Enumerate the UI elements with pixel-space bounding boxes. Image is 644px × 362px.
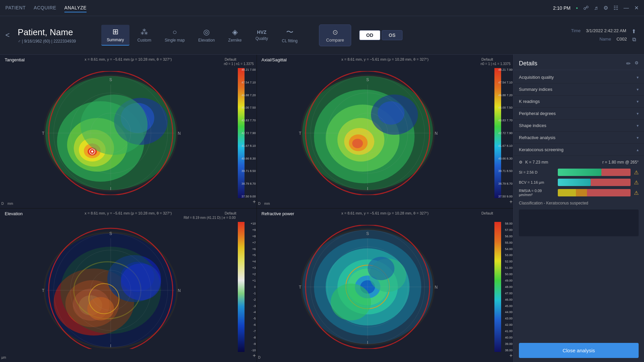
toolbar-quality[interactable]: HVZ Quality: [250, 27, 274, 44]
svg-text:N: N: [435, 285, 438, 290]
minimize-icon[interactable]: —: [624, 5, 629, 11]
tangential-map[interactable]: S N T I: [3, 68, 236, 198]
keratoconus-body: ⚙ K = 7.23 mm r = 1.80 mm @ 265° SI = 2.…: [514, 156, 644, 240]
singlemap-label: Single map: [165, 38, 185, 43]
patient-details: ♂ | 9/16/1962 (60) | 2222334939: [18, 39, 76, 44]
main-content: Tangential x = 8.61 mm, y = −5.61 mm (ρ …: [0, 55, 644, 362]
axial-expand[interactable]: +: [509, 199, 513, 205]
layout-icon[interactable]: ☷: [613, 5, 618, 11]
nav-tab-patient[interactable]: PATIENT: [5, 4, 26, 12]
svg-text:N: N: [435, 131, 438, 136]
name-value: C002: [616, 37, 627, 43]
section-summary-indices[interactable]: Summary indices ▾: [514, 83, 644, 96]
svg-text:S: S: [109, 231, 112, 236]
kc-bcv-warning: ⚠: [634, 179, 639, 186]
tangential-coords: x = 8.61 mm, y = −5.61 mm (ρ = 10.28 mm,…: [85, 57, 172, 61]
section-refractive-analysis[interactable]: Refractive analysis ▾: [514, 132, 644, 144]
svg-point-56: [121, 263, 161, 300]
shape-indices-chevron: ▾: [637, 123, 639, 128]
summary-icon: ⊞: [112, 27, 118, 36]
custom-icon: ⁂: [141, 28, 148, 37]
svg-point-10: [80, 95, 148, 155]
back-button[interactable]: <: [5, 31, 10, 40]
section-peripheral-degrees[interactable]: Peripheral degrees ▾: [514, 108, 644, 120]
svg-point-31: [352, 139, 363, 148]
compare-icon: ⊙: [332, 28, 338, 36]
close-analysis-button[interactable]: Close analysis: [519, 343, 639, 358]
compare-button[interactable]: ⊙ Compare: [319, 24, 351, 46]
multiscreen-icon[interactable]: ⧉: [632, 37, 636, 43]
kc-note-box: [519, 209, 639, 236]
svg-point-80: [368, 257, 394, 280]
tangential-n: n0 = 1 | n1 = 1.3375: [224, 62, 254, 66]
shape-indices-label: Shape indices: [519, 123, 546, 128]
axial-map[interactable]: S N T I: [260, 68, 493, 198]
summary-label: Summary: [107, 38, 124, 42]
section-acquisition-quality[interactable]: Acquisition quality ▾: [514, 71, 644, 83]
tangential-expand[interactable]: +: [253, 199, 256, 205]
od-button[interactable]: OD: [359, 30, 380, 40]
time-value: 3/1/2022 2:42:22 AM: [586, 28, 626, 35]
elevation-label: Elevation: [198, 38, 215, 43]
zernike-icon: ◈: [232, 28, 238, 37]
svg-text:S: S: [366, 77, 369, 82]
export-icon[interactable]: ⬆: [632, 28, 636, 35]
toolbar-summary[interactable]: ⊞ Summary: [101, 25, 129, 46]
elevation-scale-labels: +10+9+8+7+6 +5+4+3+2+1 0-1-2-3-4 -5-6-7-…: [251, 222, 256, 352]
kc-bcv-row: BCV = 1.16 µm ⚠: [519, 179, 639, 186]
refractive-map[interactable]: S N T I: [260, 222, 493, 352]
svg-text:I: I: [110, 186, 111, 191]
refractive-analysis-chevron: ▾: [637, 135, 639, 140]
refractive-coords: x = 8.61 mm, y = −5.61 mm (ρ = 10.28 mm,…: [341, 211, 429, 215]
refractive-default: Default: [481, 211, 493, 215]
axial-panel: Axial/Sagittal x = 8.61 mm, y = −5.61 mm…: [257, 55, 514, 208]
od-os-selector: OD OS: [359, 30, 402, 40]
svg-text:N: N: [178, 131, 181, 136]
summary-indices-label: Summary indices: [519, 87, 552, 92]
quality-label: Quality: [256, 36, 268, 41]
section-k-readings[interactable]: K readings ▾: [514, 96, 644, 108]
kc-r-value: r = 1.80 mm @ 265°: [602, 160, 639, 165]
toolbar-elevation[interactable]: ◎ Elevation: [193, 25, 220, 45]
os-button[interactable]: OS: [382, 30, 402, 40]
axial-default: Default: [481, 57, 493, 61]
close-icon[interactable]: ✕: [634, 5, 639, 11]
toolbar-singlemap[interactable]: ○ Single map: [159, 25, 190, 45]
toolbar-zernike[interactable]: ◈ Zernike: [223, 25, 247, 45]
compare-label: Compare: [326, 38, 344, 43]
gear-icon[interactable]: ⚙: [635, 60, 639, 67]
quality-icon: HVZ: [257, 29, 266, 35]
k-readings-chevron: ▾: [637, 99, 639, 104]
settings-icon[interactable]: ⚙: [603, 5, 608, 11]
peripheral-degrees-chevron: ▾: [637, 111, 639, 116]
section-shape-indices[interactable]: Shape indices ▾: [514, 120, 644, 132]
nav-tabs: PATIENT ACQUIRE ANALYZE: [5, 4, 87, 12]
toolbar-clfitting[interactable]: 〜 CL fitting: [276, 24, 303, 46]
svg-rect-91: [494, 222, 501, 352]
svg-point-55: [87, 297, 114, 320]
svg-text:T: T: [42, 288, 45, 293]
nav-tab-analyze[interactable]: ANALYZE: [64, 4, 87, 12]
volume-icon: ♬: [594, 5, 598, 11]
summary-indices-chevron: ▾: [637, 87, 639, 92]
elevation-expand[interactable]: +: [253, 353, 256, 359]
toolbar-custom[interactable]: ⁂ Custom: [132, 25, 157, 45]
nav-tab-acquire[interactable]: ACQUIRE: [34, 4, 56, 12]
axial-title: Axial/Sagittal: [262, 57, 287, 62]
edit-icon[interactable]: ✏: [626, 60, 631, 67]
elevation-rbf: Rbf = 8.19 mm (41.21 D) | e = 0.00: [184, 216, 236, 220]
svg-text:I: I: [110, 344, 111, 348]
kc-rmsa-label: RMS/A = 0.09 µm/mm²: [519, 189, 556, 197]
svg-text:S: S: [366, 231, 369, 236]
svg-point-33: [378, 101, 405, 125]
keratoconus-header[interactable]: Keratoconus screening ▴: [514, 144, 644, 156]
k-readings-label: K readings: [519, 99, 540, 104]
elevation-default: Default: [225, 211, 236, 215]
kc-gear-icon[interactable]: ⚙: [519, 160, 523, 165]
refractive-expand[interactable]: +: [509, 353, 513, 359]
refractive-unit: D: [258, 356, 261, 359]
tangential-units: D mm: [1, 202, 13, 205]
tangential-panel: Tangential x = 8.61 mm, y = −5.61 mm (ρ …: [0, 55, 257, 208]
elevation-map[interactable]: S N T I: [3, 222, 236, 352]
acquisition-quality-label: Acquisition quality: [519, 75, 554, 80]
